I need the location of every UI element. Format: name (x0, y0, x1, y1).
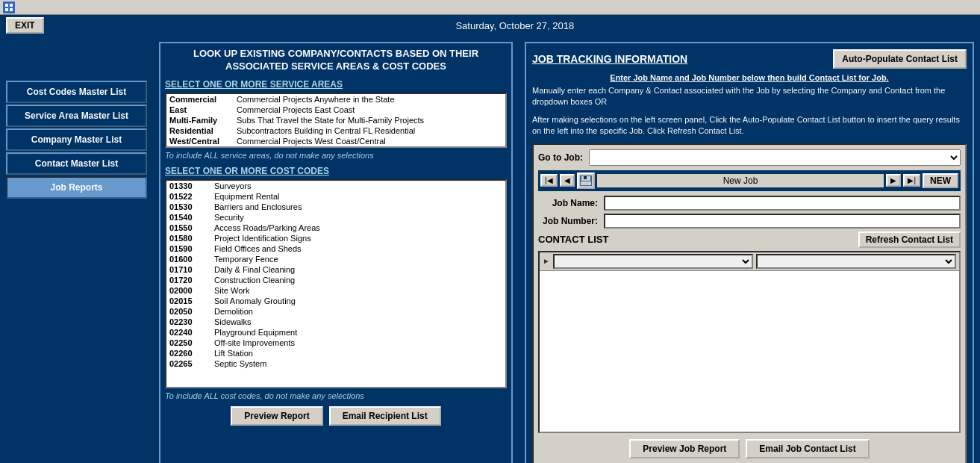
main-layout: Cost Codes Master List Service Area Mast… (0, 36, 980, 463)
list-item[interactable]: 01540Security (166, 212, 505, 223)
svg-rect-1 (5, 4, 8, 7)
job-form-area: Go to Job: |◀ ◀ New Job ▶ ▶| NEW (532, 143, 967, 463)
list-item[interactable]: ResidentialSubcontractors Building in Ce… (166, 125, 505, 136)
list-item[interactable]: 01550Access Roads/Parking Areas (166, 223, 505, 233)
list-item[interactable]: 01710Daily & Final Cleaning (166, 264, 505, 275)
list-item[interactable]: 01600Temporary Fence (166, 254, 505, 264)
goto-job-label: Go to Job: (538, 152, 583, 163)
list-item[interactable]: 01580Project Identification Signs (166, 233, 505, 243)
date-display: Saturday, October 27, 2018 (56, 20, 974, 31)
auto-populate-button[interactable]: Auto-Populate Contact List (833, 49, 967, 69)
email-job-contact-list-button[interactable]: Email Job Contact List (746, 439, 869, 459)
list-item[interactable]: 02230Sidewalks (166, 317, 505, 327)
middle-bottom-buttons: Preview Report Email Recipient List (165, 406, 507, 426)
svg-rect-2 (10, 4, 13, 7)
menu-bar: EXIT Saturday, October 27, 2018 (0, 15, 980, 36)
contact-row-nav-arrow: ► (543, 257, 550, 265)
right-bottom-buttons: Preview Job Report Email Job Contact Lis… (538, 439, 961, 459)
list-item[interactable]: 02050Demolition (166, 306, 505, 317)
sidebar: Cost Codes Master List Service Area Mast… (0, 36, 153, 463)
job-number-input[interactable] (604, 214, 961, 229)
nav-arrow-last[interactable]: ▶| (903, 174, 920, 187)
list-item[interactable]: 02265Septic System (166, 358, 505, 369)
save-icon[interactable] (577, 173, 595, 189)
sidebar-item-contact[interactable]: Contact Master List (6, 152, 147, 175)
list-item[interactable]: 01330Surveyors (166, 181, 505, 191)
service-areas-list[interactable]: CommercialCommercial Projects Anywhere i… (165, 93, 507, 148)
job-name-input[interactable] (604, 196, 961, 211)
job-number-row: Job Number: (538, 214, 961, 229)
instruction-bold: Enter Job Name and Job Number below then… (532, 73, 967, 82)
svg-rect-4 (10, 8, 13, 11)
contact-list-area[interactable]: ► (538, 251, 961, 433)
job-number-label: Job Number: (538, 216, 598, 226)
nav-arrow-prev[interactable]: ◀ (560, 174, 575, 187)
preview-job-report-button[interactable]: Preview Job Report (629, 439, 740, 459)
list-item[interactable]: Multi-FamilySubs That Travel the State f… (166, 115, 505, 125)
email-recipient-button[interactable]: Email Recipient List (329, 406, 441, 426)
nav-arrow-next[interactable]: ▶ (886, 174, 901, 187)
service-areas-hint: To include ALL service areas, do not mak… (165, 151, 507, 160)
list-item[interactable]: 01530Barriers and Enclosures (166, 202, 505, 212)
company-select[interactable] (553, 254, 753, 269)
sidebar-item-service-area[interactable]: Service Area Master List (6, 105, 147, 127)
right-panel: JOB TRACKING INFORMATION Auto-Populate C… (519, 36, 980, 463)
nav-arrow-first[interactable]: |◀ (540, 174, 558, 187)
svg-rect-7 (584, 176, 587, 179)
cost-codes-list[interactable]: 01330Surveyors01522Equipment Rental01530… (165, 179, 507, 388)
contact-list-header: CONTACT LIST Refresh Contact List (538, 232, 961, 248)
job-name-label: Job Name: (538, 198, 598, 208)
title-bar (0, 0, 980, 15)
middle-panel: LOOK UP EXISTING COMPANY/CONTACTS BASED … (153, 36, 519, 463)
contact-row: ► (540, 252, 959, 271)
right-header: JOB TRACKING INFORMATION Auto-Populate C… (532, 49, 967, 69)
instruction-line2: After making selections on the left scre… (532, 114, 967, 137)
instruction-line1: Manually enter each Company & Contact as… (532, 85, 967, 108)
job-tracking-panel: JOB TRACKING INFORMATION Auto-Populate C… (525, 42, 974, 463)
cost-codes-hint: To include ALL cost codes, do not make a… (165, 391, 507, 400)
new-button[interactable]: NEW (923, 173, 958, 188)
list-item[interactable]: 02000Site Work (166, 285, 505, 296)
svg-rect-3 (5, 8, 8, 11)
list-item[interactable]: 02015Soil Anomaly Grouting (166, 296, 505, 306)
list-item[interactable]: West/CentralCommercial Projects West Coa… (166, 136, 505, 146)
list-item[interactable]: CommercialCommercial Projects Anywhere i… (166, 94, 505, 105)
goto-job-row: Go to Job: (538, 149, 961, 166)
refresh-contact-list-button[interactable]: Refresh Contact List (858, 232, 961, 248)
lookup-panel: LOOK UP EXISTING COMPANY/CONTACTS BASED … (159, 42, 513, 463)
contact-select[interactable] (756, 254, 956, 269)
sidebar-item-job-reports[interactable]: Job Reports (6, 176, 147, 199)
nav-label: New Job (597, 174, 884, 187)
sidebar-item-cost-codes[interactable]: Cost Codes Master List (6, 81, 147, 103)
sidebar-item-company[interactable]: Company Master List (6, 128, 147, 151)
contact-list-label: CONTACT LIST (538, 234, 608, 245)
list-item[interactable]: 02240Playground Equipment (166, 327, 505, 338)
app-icon (3, 1, 15, 13)
job-tracking-title: JOB TRACKING INFORMATION (532, 53, 687, 65)
exit-button[interactable]: EXIT (6, 17, 44, 34)
list-item[interactable]: 02260Lift Station (166, 348, 505, 358)
job-name-row: Job Name: (538, 196, 961, 211)
cost-codes-header: SELECT ONE OR MORE COST CODES (165, 166, 507, 176)
list-item[interactable]: 01720Construction Cleaning (166, 275, 505, 285)
svg-rect-8 (581, 181, 591, 185)
list-item[interactable]: EastCommercial Projects East Coast (166, 105, 505, 115)
service-areas-header: SELECT ONE OR MORE SERVICE AREAS (165, 79, 507, 90)
goto-job-select[interactable] (589, 149, 961, 166)
lookup-title: LOOK UP EXISTING COMPANY/CONTACTS BASED … (165, 48, 507, 73)
list-item[interactable]: 01522Equipment Rental (166, 191, 505, 202)
list-item[interactable]: 01590Field Offices and Sheds (166, 243, 505, 254)
preview-report-button[interactable]: Preview Report (231, 406, 322, 426)
list-item[interactable]: 02250Off-site Improvements (166, 338, 505, 348)
